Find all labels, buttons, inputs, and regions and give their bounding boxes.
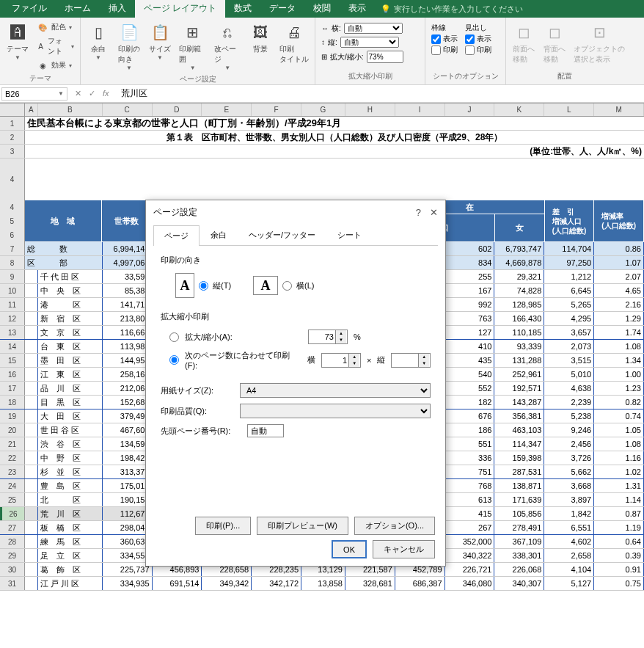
cell[interactable]: 台 東 区 bbox=[38, 340, 103, 353]
cell[interactable]: 0.39 bbox=[594, 549, 644, 562]
options-button[interactable]: オプション(O)... bbox=[354, 517, 435, 535]
cell[interactable]: 992 bbox=[445, 298, 495, 311]
cell[interactable]: 0.64 bbox=[594, 535, 644, 548]
cell[interactable]: 105,856 bbox=[494, 507, 544, 520]
cell[interactable]: 676 bbox=[445, 409, 495, 423]
cell[interactable]: 3,515 bbox=[544, 354, 594, 367]
row-header[interactable]: 12 bbox=[0, 312, 25, 325]
cell[interactable]: 1.08 bbox=[594, 340, 644, 353]
cell[interactable]: 2,239 bbox=[544, 396, 594, 409]
row-header[interactable]: 16 bbox=[0, 368, 25, 381]
cell[interactable]: 2.16 bbox=[594, 298, 644, 311]
cell[interactable]: (単位:世帯、人、人/k㎡、%) bbox=[25, 145, 644, 158]
fx-button[interactable]: fx bbox=[100, 89, 112, 98]
cell[interactable]: 463,103 bbox=[494, 423, 544, 437]
cell[interactable] bbox=[25, 451, 38, 465]
cell[interactable] bbox=[25, 507, 38, 520]
cell[interactable]: 346,080 bbox=[445, 577, 495, 590]
cell[interactable]: 97,250 bbox=[544, 256, 594, 269]
col-header[interactable]: M bbox=[594, 103, 644, 116]
cell[interactable]: 文 京 区 bbox=[38, 326, 103, 339]
themes-button[interactable]: 🅰テーマ▼ bbox=[3, 19, 32, 62]
name-box[interactable]: B26▼ bbox=[1, 87, 67, 101]
cell[interactable]: 世 田 谷 区 bbox=[38, 423, 103, 437]
tab-home[interactable]: ホーム bbox=[56, 0, 100, 18]
cell[interactable]: 114,704 bbox=[544, 242, 594, 255]
margins-button[interactable]: ▯余白▼ bbox=[84, 19, 113, 62]
cell[interactable]: 138,871 bbox=[494, 479, 544, 492]
cell[interactable]: 杉 並 区 bbox=[38, 465, 103, 478]
cell[interactable] bbox=[25, 479, 38, 492]
cell[interactable]: 340,322 bbox=[445, 549, 495, 562]
cell[interactable]: 大 田 区 bbox=[38, 409, 103, 423]
preview-button[interactable]: 印刷プレビュー(W) bbox=[257, 517, 348, 535]
cell[interactable] bbox=[25, 423, 38, 437]
cell[interactable]: 114,347 bbox=[494, 437, 544, 451]
fit-radio[interactable] bbox=[169, 355, 179, 365]
cell[interactable] bbox=[25, 577, 38, 590]
dlg-tab-sheet[interactable]: シート bbox=[326, 225, 373, 245]
row-header[interactable]: 15 bbox=[0, 354, 25, 367]
cell[interactable] bbox=[25, 312, 38, 325]
cell[interactable]: 167 bbox=[445, 284, 495, 297]
cell[interactable]: 763 bbox=[445, 312, 495, 325]
cell[interactable]: 板 橋 区 bbox=[38, 521, 103, 534]
cell[interactable]: 1.05 bbox=[594, 423, 644, 437]
row-header[interactable]: 7 bbox=[0, 242, 25, 255]
cell[interactable]: 602 bbox=[445, 242, 495, 255]
cell[interactable]: 340,307 bbox=[494, 577, 544, 590]
adjust-radio[interactable] bbox=[169, 332, 179, 342]
cell[interactable]: 4,104 bbox=[544, 563, 594, 576]
close-button[interactable]: ✕ bbox=[430, 207, 438, 218]
cell[interactable]: 171,639 bbox=[494, 493, 544, 506]
cell[interactable]: 352,000 bbox=[445, 535, 495, 548]
cell[interactable]: 1.19 bbox=[594, 521, 644, 534]
row-header[interactable]: 20 bbox=[0, 423, 25, 437]
tab-layout[interactable]: ページ レイアウト bbox=[135, 0, 225, 18]
cell[interactable]: 691,514 bbox=[153, 577, 202, 590]
ok-button[interactable]: OK bbox=[332, 540, 367, 558]
col-header[interactable]: H bbox=[345, 103, 395, 116]
cell[interactable]: 1,842 bbox=[544, 507, 594, 520]
cell[interactable]: 1.02 bbox=[594, 465, 644, 478]
cell[interactable]: 2,073 bbox=[544, 340, 594, 353]
cell[interactable]: 29,321 bbox=[494, 270, 544, 283]
cell[interactable]: 2,658 bbox=[544, 549, 594, 562]
row-header[interactable]: 18 bbox=[0, 396, 25, 409]
row-header[interactable]: 28 bbox=[0, 535, 25, 548]
tab-view[interactable]: 表示 bbox=[340, 0, 375, 18]
row-header[interactable]: 9 bbox=[0, 270, 25, 283]
cell[interactable]: 834 bbox=[445, 256, 495, 269]
cell[interactable]: 334,935 bbox=[103, 577, 153, 590]
cell[interactable]: 1.74 bbox=[594, 326, 644, 339]
cell[interactable]: 渋 谷 区 bbox=[38, 437, 103, 451]
cell[interactable] bbox=[25, 382, 38, 395]
cell[interactable] bbox=[25, 521, 38, 534]
cell[interactable]: 751 bbox=[445, 465, 495, 478]
cell[interactable] bbox=[25, 270, 38, 283]
row-header[interactable]: 2 bbox=[0, 131, 25, 144]
cell[interactable]: 区 部 bbox=[25, 256, 103, 269]
col-header[interactable]: L bbox=[544, 103, 594, 116]
row-header[interactable]: 29 bbox=[0, 549, 25, 562]
cell[interactable]: 4,638 bbox=[544, 382, 594, 395]
cell[interactable]: 287,531 bbox=[494, 465, 544, 478]
tab-formula[interactable]: 数式 bbox=[225, 0, 260, 18]
cell[interactable]: 1.31 bbox=[594, 479, 644, 492]
cell[interactable]: 552 bbox=[445, 382, 495, 395]
cell[interactable]: 435 bbox=[445, 354, 495, 367]
cell[interactable]: 182 bbox=[445, 396, 495, 409]
cell[interactable]: 131,288 bbox=[494, 354, 544, 367]
cell[interactable]: 北 区 bbox=[38, 493, 103, 506]
cell[interactable]: 143,287 bbox=[494, 396, 544, 409]
cell[interactable]: 5,010 bbox=[544, 368, 594, 381]
cell[interactable]: 品 川 区 bbox=[38, 382, 103, 395]
row-header[interactable]: 21 bbox=[0, 437, 25, 451]
help-button[interactable]: ? bbox=[416, 207, 421, 218]
col-header[interactable]: J bbox=[445, 103, 495, 116]
row-header[interactable]: 13 bbox=[0, 326, 25, 339]
cell[interactable]: 中 央 区 bbox=[38, 284, 103, 297]
cell[interactable]: 2.07 bbox=[594, 270, 644, 283]
cell[interactable]: 住民基本台帳による東京都の世帯と人口（町丁別・年齢別）/平成29年1月 bbox=[25, 117, 644, 130]
cell[interactable]: 9,246 bbox=[544, 423, 594, 437]
